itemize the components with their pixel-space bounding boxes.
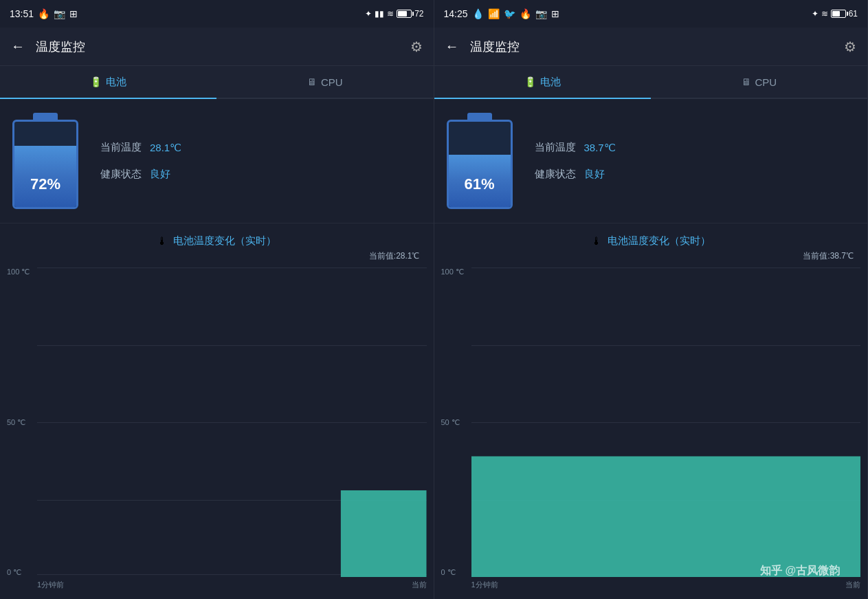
status-flame-icon-1: 🔥	[38, 8, 49, 19]
thermometer-icon-2: 🌡	[591, 235, 602, 248]
chart-title-2: 电池温度变化（实时）	[608, 235, 711, 248]
status-flame-icon-2: 🔥	[520, 8, 531, 19]
temp-label-1: 当前温度	[100, 141, 142, 154]
chart-title-row-2: 🌡 电池温度变化（实时）	[441, 235, 861, 248]
status-signal-icon-2: 📶	[488, 8, 500, 19]
chart-grid-2	[471, 268, 861, 577]
status-time-2: 14:25	[444, 8, 468, 19]
battery-section-2: 61% 当前温度 38.7℃ 健康状态 良好	[434, 99, 868, 224]
tab-battery-label-1: 电池	[106, 76, 126, 89]
chart-area-1: 100 ℃ 50 ℃ 0 ℃ 1分钟前 当前	[7, 268, 427, 592]
health-row-1: 健康状态 良好	[100, 168, 181, 181]
phone-panel-1: 13:51 🔥 📷 ⊞ ✦ ▮▮ ≋ 72 ← 温度监控 ⚙ 🔋 电池 🖥	[0, 0, 434, 599]
app-bar-left-1: ← 温度监控	[11, 39, 85, 55]
temp-row-2: 当前温度 38.7℃	[535, 141, 616, 154]
status-left-1: 13:51 🔥 📷 ⊞	[10, 8, 78, 19]
health-label-2: 健康状态	[535, 168, 576, 181]
app-title-1: 温度监控	[36, 39, 85, 55]
status-grid-icon-1: ⊞	[69, 8, 78, 19]
x-label-right-1: 当前	[412, 580, 427, 590]
cpu-tab-icon-1: 🖥	[307, 76, 317, 87]
settings-button-1[interactable]: ⚙	[410, 39, 423, 55]
y-label-bot-1: 0 ℃	[7, 568, 37, 577]
app-bar-2: ← 温度监控 ⚙	[434, 28, 868, 66]
battery-visual-1: 72%	[11, 113, 80, 209]
bluetooth-icon-2: ✦	[812, 9, 819, 19]
status-time-1: 13:51	[10, 8, 34, 19]
chart-x-axis-1: 1分钟前 当前	[37, 577, 427, 592]
chart-y-axis-1: 100 ℃ 50 ℃ 0 ℃	[7, 268, 37, 592]
tab-cpu-label-2: CPU	[755, 76, 777, 88]
chart-x-axis-2: 1分钟前 当前	[471, 577, 861, 592]
status-right-1: ✦ ▮▮ ≋ 72	[365, 9, 423, 19]
y-label-mid-1: 50 ℃	[7, 418, 37, 427]
chart-title-row-1: 🌡 电池温度变化（实时）	[7, 235, 427, 248]
settings-button-2[interactable]: ⚙	[844, 39, 856, 55]
battery-tab-icon-1: 🔋	[90, 76, 102, 87]
battery-visual-2: 61%	[445, 113, 514, 209]
chart-title-1: 电池温度变化（实时）	[173, 235, 276, 248]
y-label-mid-2: 50 ℃	[441, 418, 471, 427]
watermark: 知乎 @古风微韵	[760, 564, 840, 578]
status-grid-icon-2: ⊞	[551, 8, 559, 19]
health-value-2: 良好	[584, 168, 605, 181]
y-label-top-2: 100 ℃	[441, 268, 471, 276]
chart-current-val-2: 当前值:38.7℃	[441, 250, 861, 262]
health-value-1: 良好	[150, 168, 170, 181]
tab-battery-1[interactable]: 🔋 电池	[0, 66, 216, 98]
y-label-top-1: 100 ℃	[7, 268, 37, 276]
battery-body-2: 61%	[447, 120, 513, 209]
temp-row-1: 当前温度 28.1℃	[100, 141, 181, 154]
wifi-icon-1: ≋	[387, 9, 394, 19]
status-bird-icon-2: 🐦	[504, 8, 515, 19]
temp-value-1: 28.1℃	[150, 142, 181, 154]
chart-y-axis-2: 100 ℃ 50 ℃ 0 ℃	[441, 268, 471, 592]
cpu-tab-icon-2: 🖥	[742, 76, 751, 87]
battery-tab-icon-2: 🔋	[524, 76, 536, 87]
svg-rect-1	[471, 457, 861, 578]
tab-cpu-2[interactable]: 🖥 CPU	[651, 66, 867, 98]
tabs-1: 🔋 电池 🖥 CPU	[0, 66, 434, 99]
bluetooth-icon-1: ✦	[365, 9, 372, 19]
wifi-icon-2: ≋	[821, 9, 828, 19]
chart-plot-1: 1分钟前 当前	[37, 268, 427, 592]
tab-cpu-1[interactable]: 🖥 CPU	[216, 66, 433, 98]
temp-value-2: 38.7℃	[584, 142, 616, 154]
thermometer-icon-1: 🌡	[157, 235, 168, 248]
battery-info-2: 当前温度 38.7℃ 健康状态 良好	[535, 141, 616, 181]
status-left-2: 14:25 💧 📶 🐦 🔥 📷 ⊞	[444, 8, 559, 19]
battery-body-1: 72%	[12, 120, 78, 209]
tab-cpu-label-1: CPU	[321, 76, 343, 88]
status-camera-icon-2: 📷	[535, 8, 547, 19]
status-bar-2: 14:25 💧 📶 🐦 🔥 📷 ⊞ ✦ ≋ 61	[434, 0, 868, 28]
chart-section-1: 🌡 电池温度变化（实时） 当前值:28.1℃ 100 ℃ 50 ℃ 0 ℃	[0, 224, 434, 599]
tab-battery-2[interactable]: 🔋 电池	[434, 66, 651, 98]
tab-battery-label-2: 电池	[540, 76, 561, 89]
chart-section-2: 🌡 电池温度变化（实时） 当前值:38.7℃ 100 ℃ 50 ℃ 0 ℃	[434, 224, 868, 599]
app-bar-left-2: ← 温度监控	[445, 39, 520, 55]
app-title-2: 温度监控	[470, 39, 520, 55]
battery-status-indicator-1	[397, 10, 412, 18]
battery-nub-2	[467, 113, 492, 120]
battery-status-indicator-2	[831, 10, 846, 18]
battery-percent-status-2: 61	[849, 9, 858, 19]
status-drop-icon-2: 💧	[472, 8, 484, 19]
back-button-1[interactable]: ←	[11, 39, 25, 54]
x-label-left-1: 1分钟前	[37, 580, 64, 590]
battery-info-1: 当前温度 28.1℃ 健康状态 良好	[100, 141, 181, 181]
status-right-2: ✦ ≋ 61	[812, 9, 858, 19]
battery-percent-text-2: 61%	[449, 175, 511, 193]
battery-section-1: 72% 当前温度 28.1℃ 健康状态 良好	[0, 99, 434, 224]
battery-percent-text-1: 72%	[14, 175, 76, 193]
app-bar-1: ← 温度监控 ⚙	[0, 28, 434, 66]
battery-nub-1	[33, 113, 58, 120]
chart-area-2: 100 ℃ 50 ℃ 0 ℃ 1分钟前 当前	[441, 268, 861, 592]
chart-plot-2: 1分钟前 当前	[471, 268, 861, 592]
x-label-right-2: 当前	[845, 580, 860, 590]
x-label-left-2: 1分钟前	[471, 580, 498, 590]
phone-panel-2: 14:25 💧 📶 🐦 🔥 📷 ⊞ ✦ ≋ 61 ← 温度监控 ⚙ 🔋 电池	[434, 0, 869, 599]
health-row-2: 健康状态 良好	[535, 168, 616, 181]
health-label-1: 健康状态	[100, 168, 142, 181]
sim-icon-1: ▮▮	[375, 9, 384, 19]
back-button-2[interactable]: ←	[445, 39, 459, 54]
